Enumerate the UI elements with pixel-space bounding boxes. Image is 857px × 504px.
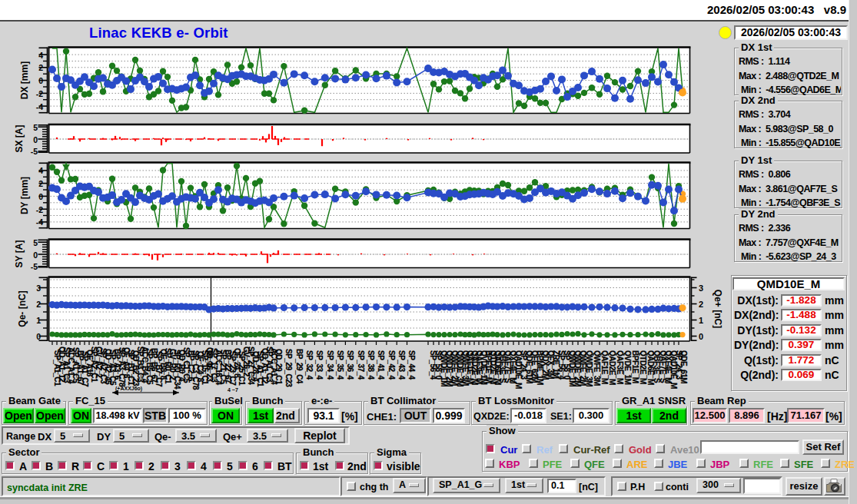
svg-text:0: 0 [36, 332, 41, 341]
svg-text:SP_44_4: SP_44_4 [407, 350, 416, 380]
svg-text:0: 0 [38, 192, 43, 201]
svg-text:SP_32_4: SP_32_4 [305, 350, 314, 380]
svg-text:0: 0 [33, 250, 38, 260]
svg-text:-5: -5 [31, 262, 38, 271]
svg-text:0: 0 [699, 332, 703, 341]
svg-text:-2: -2 [36, 89, 43, 98]
svg-text:SP_43_4: SP_43_4 [397, 350, 406, 380]
svg-text:(+AXXJ6o): (+AXXJ6o) [115, 386, 142, 392]
svg-text:3: 3 [699, 284, 703, 293]
svg-text:QF_05: QF_05 [207, 350, 214, 368]
svg-text:QTD2E_M: QTD2E_M [639, 350, 647, 384]
svg-text:SP_41_4: SP_41_4 [377, 350, 385, 380]
svg-text:2: 2 [36, 300, 41, 309]
svg-text:-4: -4 [36, 217, 43, 227]
svg-text:SP_29_C23: SP_29_C23 [284, 349, 293, 387]
svg-text:BPF1E_M: BPF1E_M [631, 350, 639, 383]
svg-text:DX [mm]: DX [mm] [19, 61, 30, 99]
svg-text:-4: -4 [36, 102, 43, 111]
svg-text:SP_34_4: SP_34_4 [326, 350, 334, 380]
svg-text:QDE_61M: QDE_61M [679, 350, 688, 383]
svg-text:QD_29_C1: QD_29_C1 [274, 349, 283, 385]
svg-text:SP_42_4: SP_42_4 [387, 350, 396, 380]
svg-text:SP_38_4: SP_38_4 [367, 350, 375, 380]
svg-text:2: 2 [38, 179, 43, 188]
svg-text:-2: -2 [36, 205, 43, 214]
svg-text:QAF1E_M: QAF1E_M [600, 350, 609, 384]
svg-text:BP_29_C4: BP_29_C4 [295, 349, 304, 384]
svg-text:SX [A]: SX [A] [14, 124, 25, 152]
svg-text:SY [A]: SY [A] [14, 240, 25, 268]
svg-text:QVDE_1M: QVDE_1M [623, 350, 632, 384]
svg-text:4: 4 [38, 166, 43, 175]
svg-text:0: 0 [33, 135, 38, 144]
svg-text:1: 1 [699, 316, 703, 325]
svg-text:Qe- [nC]: Qe- [nC] [17, 290, 28, 327]
svg-text:-5: -5 [31, 147, 38, 156]
svg-text:QWFE_3M: QWFE_3M [593, 350, 601, 386]
svg-text:QAF3E_M: QAF3E_M [616, 350, 624, 384]
svg-text:Qe+ [nC]: Qe+ [nC] [713, 290, 723, 328]
svg-text:2: 2 [699, 300, 703, 309]
svg-text:SP_35_4: SP_35_4 [336, 350, 344, 380]
svg-text:SP_37_4: SP_37_4 [357, 350, 365, 380]
svg-text:1: 1 [36, 316, 41, 325]
svg-text:4: 4 [38, 51, 43, 60]
svg-text:5: 5 [33, 123, 38, 132]
svg-text:0: 0 [38, 76, 43, 85]
svg-text:DY [mm]: DY [mm] [19, 177, 30, 214]
svg-text:SP_33_4: SP_33_4 [315, 350, 324, 380]
svg-text:5: 5 [33, 238, 38, 247]
svg-text:QWDE_3M: QWDE_3M [585, 350, 593, 386]
svg-text:SP_36_4: SP_36_4 [346, 350, 354, 380]
svg-text:3: 3 [36, 284, 41, 293]
svg-text:4 ~7: 4 ~7 [228, 387, 238, 393]
svg-text:2: 2 [38, 63, 43, 72]
svg-text:QAD2E_M: QAD2E_M [608, 350, 616, 385]
